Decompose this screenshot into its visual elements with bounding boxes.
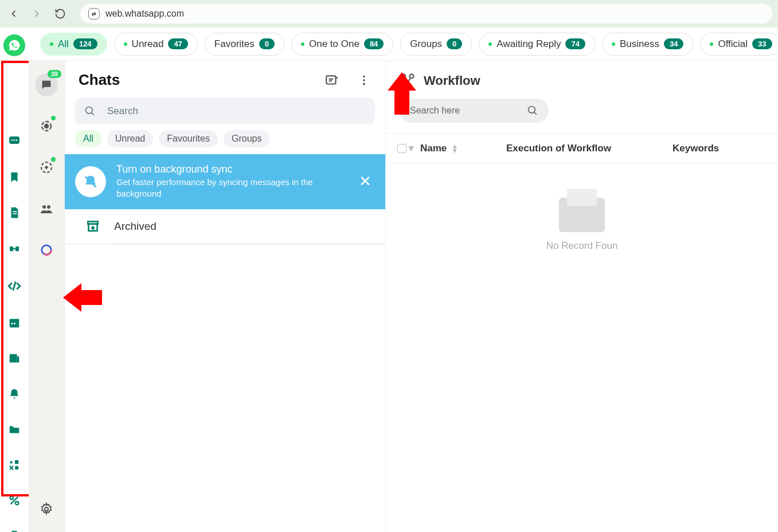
whatsapp-nav-sidebar: 39 [29,61,64,532]
subfilter-groups[interactable]: Groups [224,130,269,147]
site-settings-icon[interactable]: ⇄ [88,8,100,19]
settings-icon[interactable] [35,498,58,521]
search-icon [527,105,538,116]
workflow-icon [400,72,417,89]
dot-icon [612,42,615,46]
dot-icon [488,42,492,46]
svg-rect-11 [11,323,13,324]
bookmark-icon[interactable] [7,171,22,183]
sync-title: Turn on background sync [116,163,345,175]
empty-state: No Record Foun [386,163,778,252]
search-icon [84,105,96,117]
svg-marker-15 [10,460,13,464]
chats-header: Chats [65,61,385,96]
nav-chats-icon[interactable]: 39 [35,73,58,96]
chats-column: Chats Search All Unread Favourites Group… [64,61,385,532]
filter-pill-official[interactable]: Official33 [700,33,778,56]
svg-rect-4 [13,211,17,212]
workflow-panel: Workflow Search here ▾ Name▲▼ Execution … [385,61,778,532]
nav-badge: 39 [48,70,61,78]
svg-point-23 [45,124,48,128]
integration-icon[interactable] [7,242,22,256]
svg-rect-8 [13,248,15,249]
dot-icon [301,42,304,46]
sync-body: Get faster performance by syncing messag… [116,177,345,200]
code-icon[interactable] [7,279,22,294]
url-text: web.whatsapp.com [105,9,184,19]
percent-icon[interactable] [7,494,22,507]
new-chat-icon[interactable] [325,73,339,88]
extension-sidebar [0,61,29,532]
svg-point-18 [10,496,14,500]
svg-rect-6 [10,247,13,251]
document-icon[interactable] [7,206,22,219]
nav-communities-icon[interactable] [35,197,58,220]
archived-row[interactable]: Archived [65,209,385,244]
filter-pill-business[interactable]: Business34 [602,33,693,56]
subfilter-favourites[interactable]: Favourites [159,130,218,147]
forward-icon[interactable] [29,6,45,22]
svg-point-17 [15,466,18,470]
address-bar[interactable]: ⇄ web.whatsapp.com [80,4,772,24]
chat-search-input[interactable]: Search [75,98,375,124]
status-dot-icon [51,116,56,120]
col-execution[interactable]: Execution of Workflow [506,143,673,154]
filter-pill-all[interactable]: All124 [40,33,107,56]
filter-pill-groups[interactable]: Groups0 [400,33,472,56]
close-icon[interactable]: ✕ [355,173,375,190]
search-placeholder: Search [107,105,138,117]
archive-icon [85,218,101,234]
filter-pill-onetoone[interactable]: One to One84 [291,33,393,56]
svg-rect-12 [14,323,15,324]
workflow-search-placeholder: Search here [410,105,460,116]
filter-pill-awaiting[interactable]: Awaiting Reply74 [479,33,595,56]
svg-point-2 [14,139,15,141]
workflow-title: Workflow [424,73,480,88]
subfilter-all[interactable]: All [75,130,101,147]
svg-point-19 [15,502,19,505]
chats-title: Chats [79,71,120,89]
nav-status-icon[interactable] [35,115,58,138]
col-keywords[interactable]: Keywords [673,143,767,154]
select-all-checkbox[interactable]: ▾ [397,142,420,154]
dot-icon [710,42,713,46]
calendar-icon[interactable] [7,316,22,329]
svg-rect-14 [17,356,19,362]
shapes-icon[interactable] [7,459,22,471]
svg-rect-16 [15,460,18,464]
whatsapp-logo-icon [3,34,25,56]
folder-icon[interactable] [7,423,22,436]
svg-point-39 [406,83,410,87]
workflow-header: Workflow [386,61,778,99]
bell-icon[interactable] [7,388,22,400]
workflow-search-input[interactable]: Search here [400,99,549,123]
empty-tray-icon [559,198,605,232]
svg-rect-30 [326,76,335,84]
menu-dots-icon[interactable] [357,73,372,88]
table-header-row: ▾ Name▲▼ Execution of Workflow Keywords [386,134,778,163]
svg-rect-13 [10,354,17,363]
subfilter-unread[interactable]: Unread [107,130,153,147]
back-icon[interactable] [6,6,22,22]
svg-rect-5 [13,213,17,214]
sort-icon: ▲▼ [451,144,458,153]
svg-rect-10 [10,319,19,322]
chat-subfilters: All Unread Favourites Groups [65,130,385,154]
filter-pill-unread[interactable]: Unread47 [114,33,198,56]
workflow-table: ▾ Name▲▼ Execution of Workflow Keywords … [386,133,778,252]
news-icon[interactable] [7,352,22,365]
svg-point-29 [45,507,48,511]
profile-icon[interactable] [7,530,22,532]
reload-icon[interactable] [52,5,69,22]
col-name[interactable]: Name▲▼ [420,143,506,154]
status-dot-icon [51,157,56,162]
archived-label: Archived [114,220,157,233]
nav-channels-icon[interactable] [35,156,58,179]
filter-pill-favorites[interactable]: Favorites0 [205,33,284,56]
chat-bubble-icon[interactable] [7,134,22,148]
nav-meta-ai-icon[interactable] [35,238,58,261]
svg-point-1 [11,139,13,141]
dot-icon [50,42,53,46]
svg-point-31 [363,75,365,77]
dot-icon [124,42,127,46]
